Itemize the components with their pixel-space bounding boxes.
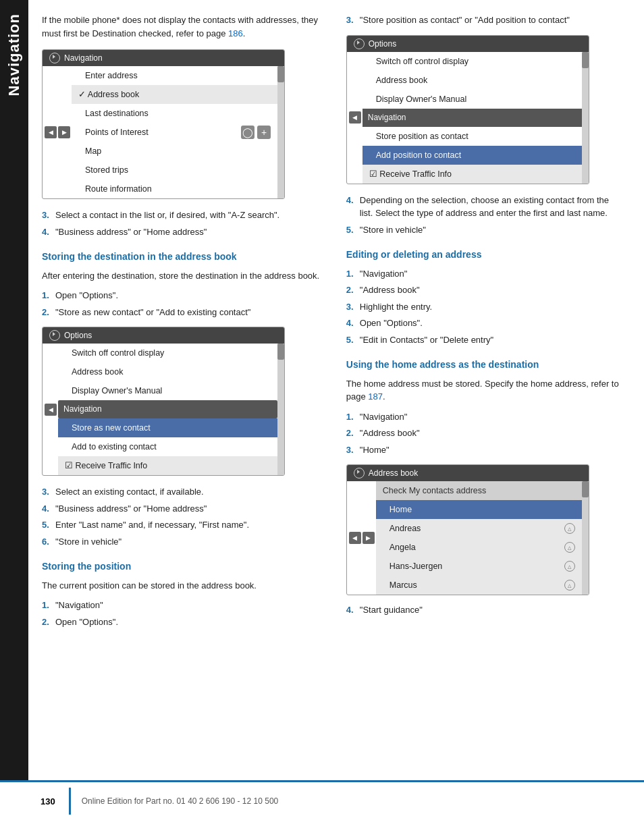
menu-item-address-book[interactable]: Address book bbox=[72, 85, 277, 104]
steps-list-4: 1. "Navigation" 2. Open "Options". bbox=[42, 599, 326, 628]
s4-step-1: 1. "Navigation" bbox=[346, 410, 624, 424]
nav-menu-icon bbox=[49, 53, 60, 63]
page-ref-187[interactable]: 187 bbox=[368, 391, 383, 402]
addr-left-arrow[interactable]: ◀ bbox=[349, 532, 361, 544]
options-menu-2: Options ◀ Switch off control display Add… bbox=[346, 35, 589, 184]
opt2-display-manual[interactable]: Display Owner's Manual bbox=[363, 90, 582, 109]
right-column: 3. "Store position as contact" or "Add p… bbox=[340, 13, 624, 636]
opt2-address-book[interactable]: Address book bbox=[363, 71, 582, 90]
nav-arrows[interactable]: ◀ ▶ bbox=[45, 126, 70, 138]
options-icon-1 bbox=[49, 330, 60, 341]
right-arrow[interactable]: ▶ bbox=[58, 126, 70, 138]
options2-arrows[interactable]: ◀ bbox=[349, 111, 361, 124]
step-3: 3. Select a contact in the list or, if d… bbox=[42, 209, 326, 222]
s3-step-1: 1. "Navigation" bbox=[346, 267, 624, 281]
options-menu-1: Options ◀ Switch off control display Add… bbox=[42, 327, 285, 476]
section2-text: The current position can be stored in th… bbox=[42, 579, 326, 593]
menu-item-last-destinations[interactable]: Last destinations bbox=[72, 104, 277, 123]
step-s2-1: 1. "Navigation" bbox=[42, 599, 326, 612]
addr-icon-hans: △ bbox=[564, 561, 575, 572]
addr-menu-icon bbox=[354, 468, 365, 479]
right-step-4: 4. Depending on the selection, choose an… bbox=[346, 194, 624, 220]
right-step-5: 5. "Store in vehicle" bbox=[346, 223, 624, 237]
step-4: 4. "Business address" or "Home address" bbox=[42, 225, 326, 239]
address-book-menu: Address book ◀ ▶ Check My contacts addre… bbox=[346, 464, 589, 595]
menu-item-points-of-interest[interactable]: Points of Interest ◯ + bbox=[72, 123, 277, 142]
s3-step-5: 5. "Edit in Contacts" or "Delete entry" bbox=[346, 333, 624, 347]
right-steps-1: 3. "Store position as contact" or "Add p… bbox=[346, 13, 624, 27]
intro-paragraph: If the mobile phone* does not display th… bbox=[42, 13, 326, 40]
addr-hans[interactable]: Hans-Juergen △ bbox=[376, 557, 582, 576]
nav-menu-header: Navigation bbox=[43, 50, 284, 66]
opt1-address-book[interactable]: Address book bbox=[58, 362, 277, 381]
opt1-receive-traffic[interactable]: Receive Traffic Info bbox=[58, 456, 277, 475]
addr-home[interactable]: Home bbox=[376, 500, 582, 519]
options1-arrows[interactable]: ◀ bbox=[45, 404, 57, 416]
addr-check-contacts: Check My contacts address bbox=[376, 481, 582, 500]
addr-right-arrow[interactable]: ▶ bbox=[363, 532, 375, 544]
menu-item-route-information[interactable]: Route information bbox=[72, 180, 277, 198]
steps-list-3: 3. Select an existing contact, if availa… bbox=[42, 485, 326, 548]
s3-step-3: 3. Highlight the entry. bbox=[346, 300, 624, 314]
plus-button2[interactable]: + bbox=[257, 126, 271, 139]
options2-left-arrow[interactable]: ◀ bbox=[349, 111, 361, 124]
left-column: If the mobile phone* does not display th… bbox=[42, 13, 340, 636]
section3-heading: Editing or deleting an address bbox=[346, 248, 624, 262]
options-menu-2-header: Options bbox=[347, 36, 589, 52]
addr-icon-andreas: △ bbox=[564, 523, 575, 534]
right-step-3: 3. "Store position as contact" or "Add p… bbox=[346, 13, 624, 27]
plus-button[interactable]: ◯ bbox=[241, 126, 254, 139]
menu-item-stored-trips[interactable]: Stored trips bbox=[72, 161, 277, 180]
step-s1-4: 4. "Business address" or "Home address" bbox=[42, 502, 326, 516]
opt2-store-position[interactable]: Store position as contact bbox=[363, 127, 582, 146]
section1-heading: Storing the destination in the address b… bbox=[42, 250, 326, 264]
section4-text: The home address must be stored. Specify… bbox=[346, 377, 624, 404]
options-icon-2 bbox=[354, 38, 365, 49]
opt2-add-position[interactable]: Add position to contact bbox=[363, 146, 582, 165]
opt2-nav-header: Navigation bbox=[363, 109, 582, 127]
addr-icon-angela: △ bbox=[564, 542, 575, 553]
section4-heading: Using the home address as the destinatio… bbox=[346, 358, 624, 372]
nav-tab-label: Navigation bbox=[5, 13, 23, 96]
s4-step-3: 3. "Home" bbox=[346, 443, 624, 457]
footer-text: Online Edition for Part no. 01 40 2 606 … bbox=[82, 796, 279, 806]
addr-andreas[interactable]: Andreas △ bbox=[376, 519, 582, 538]
page-ref-186[interactable]: 186 bbox=[228, 28, 243, 38]
footer-page-number: 130 bbox=[41, 796, 55, 807]
opt1-nav-header: Navigation bbox=[58, 400, 277, 418]
steps-list-2: 1. Open "Options". 2. "Store as new cont… bbox=[42, 289, 326, 319]
addr-arrows[interactable]: ◀ ▶ bbox=[349, 532, 375, 544]
addr-icon-marcus: △ bbox=[564, 580, 575, 591]
menu-item-map[interactable]: Map bbox=[72, 142, 277, 161]
step-s1-5: 5. Enter "Last name" and, if necessary, … bbox=[42, 518, 326, 532]
section3-steps: 1. "Navigation" 2. "Address book" 3. Hig… bbox=[346, 267, 624, 347]
opt2-switch-off[interactable]: Switch off control display bbox=[363, 52, 582, 71]
addr-marcus[interactable]: Marcus △ bbox=[376, 576, 582, 595]
options-menu-1-header: Options bbox=[43, 327, 284, 344]
footer: 130 Online Edition for Part no. 01 40 2 … bbox=[0, 780, 644, 820]
nav-menu-box: Navigation ◀ ▶ Enter address Address boo… bbox=[42, 49, 285, 199]
options1-left-arrow[interactable]: ◀ bbox=[45, 404, 57, 416]
section1-text: After entering the destination, store th… bbox=[42, 269, 326, 283]
opt2-receive-traffic[interactable]: Receive Traffic Info bbox=[363, 165, 582, 184]
step-s2-2: 2. Open "Options". bbox=[42, 616, 326, 629]
s4-step-2: 2. "Address book" bbox=[346, 427, 624, 440]
step-s1-2: 2. "Store as new contact" or "Add to exi… bbox=[42, 306, 326, 319]
step-s1-6: 6. "Store in vehicle" bbox=[42, 535, 326, 549]
menu-item-enter-address[interactable]: Enter address bbox=[72, 66, 277, 85]
section2-heading: Storing the position bbox=[42, 560, 326, 574]
steps-list-1: 3. Select a contact in the list or, if d… bbox=[42, 209, 326, 238]
left-arrow[interactable]: ◀ bbox=[45, 126, 57, 138]
opt1-display-manual[interactable]: Display Owner's Manual bbox=[58, 381, 277, 400]
section4-steps: 1. "Navigation" 2. "Address book" 3. "Ho… bbox=[346, 410, 624, 457]
nav-tab: Navigation bbox=[0, 0, 28, 820]
addr-menu-header: Address book bbox=[347, 465, 589, 481]
addr-angela[interactable]: Angela △ bbox=[376, 538, 582, 557]
right-steps-2: 4. Depending on the selection, choose an… bbox=[346, 194, 624, 237]
step-s1-3: 3. Select an existing contact, if availa… bbox=[42, 485, 326, 499]
right-step-4b: 4. "Start guidance" bbox=[346, 603, 624, 617]
opt1-switch-off[interactable]: Switch off control display bbox=[58, 344, 277, 362]
s3-step-4: 4. Open "Options". bbox=[346, 317, 624, 330]
opt1-store-new-contact[interactable]: Store as new contact bbox=[58, 418, 277, 437]
opt1-add-existing[interactable]: Add to existing contact bbox=[58, 437, 277, 456]
